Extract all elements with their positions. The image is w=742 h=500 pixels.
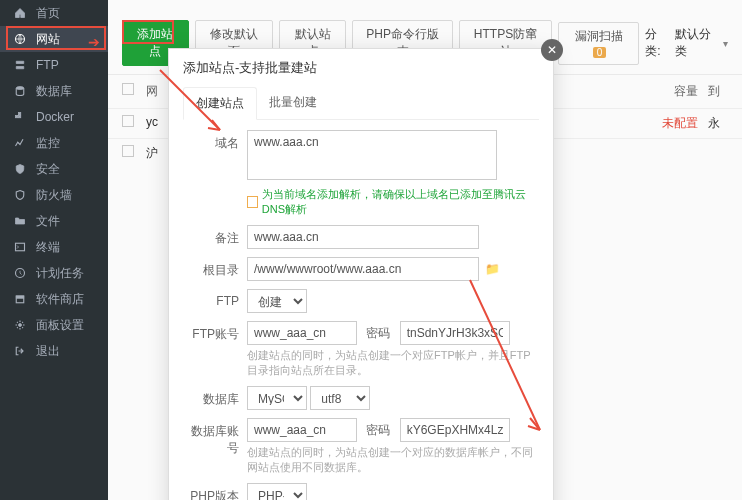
dns-checkbox[interactable] [247,196,258,208]
annotation-arrow: ➔ [88,34,100,50]
ftp-hint: 创建站点的同时，为站点创建一个对应FTP帐户，并且FTP目录指向站点所在目录。 [247,348,533,378]
close-icon[interactable]: ✕ [541,39,563,61]
php-select[interactable]: PHP-74 [247,483,307,500]
label-php: PHP版本 [189,483,247,500]
label-remark: 备注 [189,225,247,247]
dns-hint: 为当前域名添加解析，请确保以上域名已添加至腾讯云DNS解析 [247,187,533,217]
tab-batch-create[interactable]: 批量创建 [257,87,329,119]
remark-input[interactable] [247,225,479,249]
label-db-acct: 数据库账号 [189,418,247,457]
ftp-select[interactable]: 创建 [247,289,307,313]
domain-input[interactable]: www.aaa.cn [247,130,497,180]
db-pwd-input[interactable] [400,418,510,442]
db-select[interactable]: MySQL [247,386,307,410]
db-user-input[interactable] [247,418,357,442]
label-db: 数据库 [189,386,247,408]
db-charset-select[interactable]: utf8 [310,386,370,410]
root-input[interactable] [247,257,479,281]
add-site-modal: ✕ 添加站点-支持批量建站 创建站点 批量创建 域名 www.aaa.cn 为当… [168,48,554,500]
label-ftp-acct: FTP账号 [189,321,247,343]
label-ftp: FTP [189,289,247,308]
label-db-pwd: 密码 [366,423,390,437]
tab-create-site[interactable]: 创建站点 [183,87,257,120]
ftp-pwd-input[interactable] [400,321,510,345]
label-root: 根目录 [189,257,247,279]
label-domain: 域名 [189,130,247,152]
ftp-user-input[interactable] [247,321,357,345]
modal-tabs: 创建站点 批量创建 [183,87,539,120]
folder-browse-icon[interactable]: 📁 [485,262,500,276]
site-form: 域名 www.aaa.cn 为当前域名添加解析，请确保以上域名已添加至腾讯云DN… [169,120,553,500]
modal-title: 添加站点-支持批量建站 [169,49,553,87]
db-hint: 创建站点的同时，为站点创建一个对应的数据库帐户，不同网站点使用不同数据库。 [247,445,533,475]
label-ftp-pwd: 密码 [366,326,390,340]
